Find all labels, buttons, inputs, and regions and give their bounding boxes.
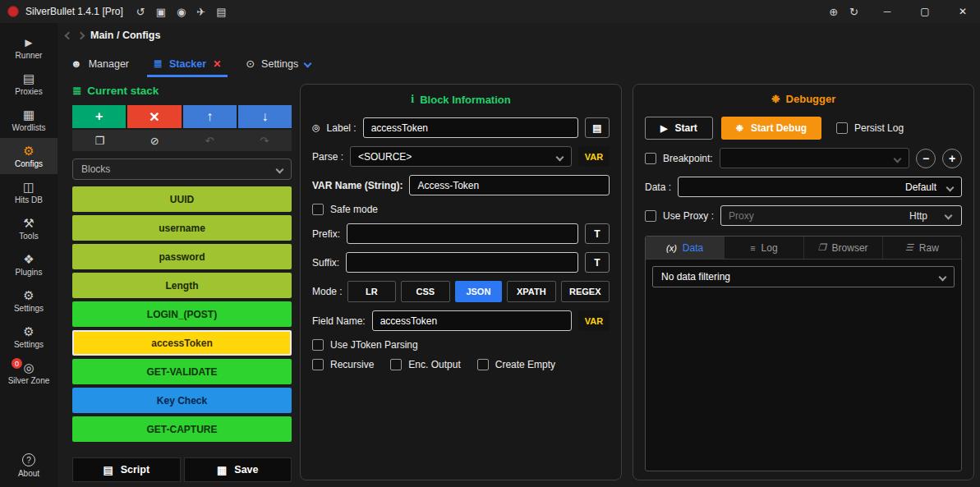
sidebar-item-settings[interactable]: ⚙ Settings — [0, 283, 58, 319]
block-item[interactable]: username — [72, 215, 292, 241]
remove-block-button[interactable]: ✕ — [127, 105, 181, 128]
block-item[interactable]: GET-CAPTURE — [72, 416, 292, 442]
prefix-type-button[interactable]: T — [585, 223, 610, 244]
start-button-label: Start — [674, 122, 697, 134]
forward-icon[interactable] — [77, 31, 85, 39]
breakpoint-dropdown[interactable] — [720, 148, 909, 168]
sidebar-item-configs[interactable]: ⚙ Configs — [0, 138, 58, 174]
block-item[interactable]: LOGIN_(POST) — [72, 301, 292, 327]
script-button[interactable]: ▤ Script — [72, 457, 181, 482]
sync-icon[interactable]: ↻ — [849, 6, 858, 18]
suffix-row: Suffix: T — [312, 252, 610, 273]
sidebar-item-hits-db[interactable]: ◫ Hits DB — [0, 174, 58, 210]
field-name-input[interactable]: accessToken — [372, 310, 572, 331]
move-up-button[interactable]: ↑ — [183, 105, 237, 128]
sidebar-item-plugins[interactable]: ❖ Plugins — [0, 246, 58, 283]
minimize-button[interactable]: ─ — [870, 0, 904, 23]
debug-tab-data[interactable]: (x) Data — [646, 237, 725, 259]
blocks-dropdown[interactable]: Blocks — [72, 159, 292, 180]
mode-xpath-button[interactable]: XPATH — [507, 281, 555, 302]
close-button[interactable]: ✕ — [945, 0, 980, 23]
suffix-type-button[interactable]: T — [585, 252, 610, 273]
mode-regex-button[interactable]: REGEX — [561, 281, 610, 302]
remove-breakpoint-button[interactable]: − — [916, 149, 936, 168]
puzzle-icon: ❖ — [23, 253, 34, 265]
sidebar-item-proxies[interactable]: ▤ Proxies — [0, 66, 58, 102]
debug-tab-browser[interactable]: ❒ Browser — [804, 237, 883, 259]
block-item[interactable]: UUID — [72, 186, 292, 212]
disable-block-button[interactable]: ⊘ — [127, 130, 182, 151]
parse-source-dropdown[interactable]: <SOURCE> — [350, 146, 572, 167]
proxy-control: Http — [720, 205, 962, 226]
tab-manager[interactable]: ☻ Manager — [71, 57, 129, 77]
block-item[interactable]: password — [72, 244, 292, 269]
safe-mode-checkbox[interactable] — [312, 204, 324, 215]
debug-tab-log[interactable]: ≡ Log — [725, 237, 803, 259]
close-tab-icon[interactable]: ✕ — [213, 58, 221, 70]
tab-stacker[interactable]: ≣ Stacker ✕ — [154, 57, 221, 77]
label-input[interactable]: accessToken — [363, 117, 578, 138]
add-block-button[interactable]: + — [72, 105, 126, 128]
sidebar-item-label: Hits DB — [15, 195, 43, 204]
discord-icon[interactable]: ◉ — [177, 6, 186, 18]
sidebar-item-settings-core[interactable]: ⚙ Settings — [0, 319, 58, 355]
persist-log-label: Persist Log — [854, 122, 904, 134]
tab-settings[interactable]: ⊙ Settings — [246, 57, 311, 77]
start-button[interactable]: ▶ Start — [645, 117, 713, 140]
globe-icon[interactable]: ⊕ — [829, 6, 838, 18]
maximize-button[interactable]: ▢ — [908, 0, 942, 23]
news-icon[interactable]: ▤ — [216, 6, 226, 18]
create-empty-checkbox[interactable] — [477, 359, 489, 370]
database-icon: ◫ — [23, 181, 35, 193]
mode-json-button[interactable]: JSON — [455, 281, 502, 302]
create-empty-label: Create Empty — [495, 359, 555, 370]
block-item[interactable]: Key Check — [72, 388, 292, 413]
sidebar-item-tools[interactable]: ⚒ Tools — [0, 210, 58, 246]
block-item-selected[interactable]: accessToken — [72, 330, 292, 356]
save-button[interactable]: ▦ Save — [184, 457, 292, 482]
undo-button[interactable]: ↶ — [182, 130, 237, 151]
sidebar-item-runner[interactable]: ► Runner — [0, 30, 58, 66]
users-icon: ☻ — [71, 57, 82, 70]
frame-icon[interactable]: ▣ — [156, 6, 166, 18]
stack-icon: ≣ — [72, 84, 81, 97]
use-proxy-row: Use Proxy : Http — [645, 205, 962, 226]
proxy-input[interactable] — [721, 206, 909, 225]
proxy-type-dropdown[interactable]: Http — [909, 210, 961, 222]
move-down-button[interactable]: ↓ — [238, 105, 292, 128]
back-icon[interactable] — [65, 31, 73, 39]
history-icon[interactable]: ↺ — [136, 6, 145, 18]
block-information-header: i Block Information — [312, 93, 610, 106]
sidebar-item-silver-zone[interactable]: 0 ◎ Silver Zone — [0, 355, 58, 391]
breakpoint-checkbox[interactable] — [645, 153, 656, 164]
proxy-type-value: Http — [909, 210, 927, 222]
use-proxy-checkbox[interactable] — [645, 210, 656, 222]
start-debug-button[interactable]: ❉ Start Debug — [721, 117, 821, 140]
recursive-checkbox[interactable] — [312, 359, 324, 370]
prefix-label: Prefix: — [312, 228, 340, 240]
suffix-input[interactable] — [346, 252, 578, 273]
mode-css-button[interactable]: CSS — [401, 281, 449, 302]
duplicate-block-button[interactable]: ❐ — [72, 130, 127, 151]
debugger-header: ❉ Debugger — [645, 93, 962, 105]
mode-lr-button[interactable]: LR — [347, 281, 396, 302]
data-filter-dropdown[interactable]: No data filtering — [652, 266, 955, 287]
sidebar-item-label: Proxies — [15, 87, 42, 96]
jtoken-label: Use JToken Parsing — [330, 339, 418, 351]
debug-tab-raw[interactable]: ☰ Raw — [883, 237, 961, 259]
var-name-input[interactable]: Access-Token — [409, 175, 610, 195]
jtoken-checkbox[interactable] — [312, 339, 324, 351]
enc-output-checkbox[interactable] — [390, 359, 402, 370]
redo-button[interactable]: ↷ — [237, 130, 292, 151]
data-dropdown[interactable]: Default — [678, 177, 962, 197]
block-item[interactable]: Length — [72, 273, 292, 298]
sidebar-item-label: About — [18, 469, 39, 478]
telegram-icon[interactable]: ✈ — [196, 6, 205, 18]
persist-log-checkbox[interactable] — [836, 122, 848, 134]
prefix-input[interactable] — [347, 223, 578, 244]
block-item[interactable]: GET-VALIDATE — [72, 359, 292, 384]
label-list-button[interactable]: ▤ — [585, 117, 610, 138]
sidebar-item-wordlists[interactable]: ▦ Wordlists — [0, 102, 58, 138]
add-breakpoint-button[interactable]: + — [942, 149, 962, 168]
sidebar-item-about[interactable]: ? About — [0, 447, 58, 484]
